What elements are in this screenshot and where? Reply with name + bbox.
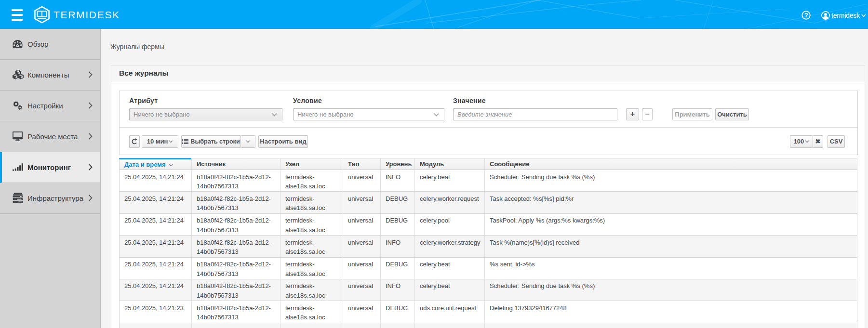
svg-text:?: ?: [804, 12, 808, 19]
